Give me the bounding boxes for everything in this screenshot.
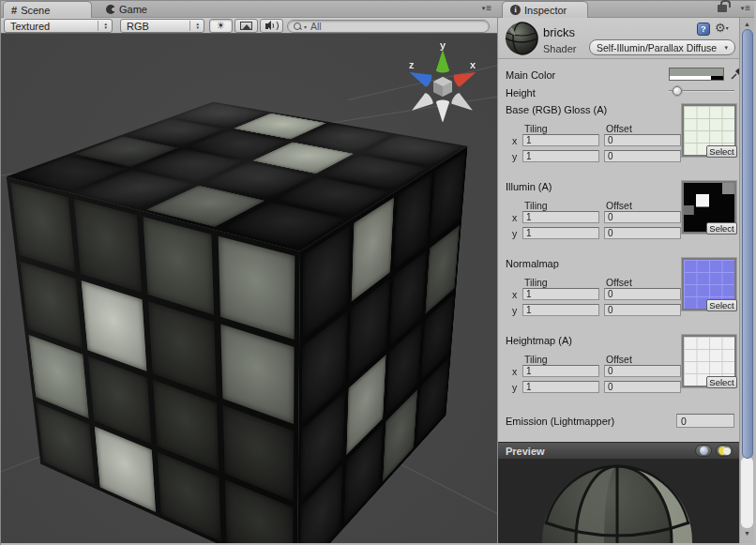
shader-dropdown[interactable]: Self-Illumin/Parallax Diffuse ▾ xyxy=(589,39,735,55)
preview-sphere-button[interactable] xyxy=(695,445,712,457)
scrollbar-thumb[interactable] xyxy=(742,29,753,459)
tab-game[interactable]: Game xyxy=(98,1,174,18)
tab-inspector-label: Inspector xyxy=(524,5,567,16)
offset-x-field[interactable] xyxy=(604,288,681,300)
neg-axis-cone[interactable] xyxy=(436,99,449,122)
offset-x-field[interactable] xyxy=(604,211,681,223)
pane-menu-lines-icon: ≡ xyxy=(745,4,750,13)
speaker-icon xyxy=(265,21,279,31)
game-icon xyxy=(106,5,115,14)
texture-select-button[interactable]: Select xyxy=(706,376,737,388)
x-axis-label: x xyxy=(512,366,517,377)
material-preview[interactable] xyxy=(498,459,740,543)
neg-axis-cone[interactable] xyxy=(450,92,476,116)
tab-inspector[interactable]: i Inspector xyxy=(502,1,588,18)
y-axis-label: y xyxy=(512,305,517,316)
audio-toggle-button[interactable] xyxy=(260,19,283,33)
draw-mode-dropdown[interactable]: Textured ▲▼ xyxy=(4,19,113,33)
preview-lighting-button[interactable] xyxy=(716,445,733,457)
offset-y-field[interactable] xyxy=(604,227,681,239)
material-header: bricks Shader Self-Illumin/Parallax Diff… xyxy=(498,18,740,59)
inspector-pane-menu[interactable]: ▾ ≡ xyxy=(741,4,750,13)
texture-section-label: Illumin (A) xyxy=(506,181,552,192)
tab-game-label: Game xyxy=(119,4,147,15)
scene-search-field[interactable]: ▾ All xyxy=(287,20,490,33)
settings-button[interactable]: ⚙▾ xyxy=(715,21,729,35)
scrollbar-track[interactable] xyxy=(741,457,753,528)
inspector-tabstrip: i Inspector ▾ ≡ xyxy=(497,1,756,18)
tab-scene-label: Scene xyxy=(21,5,50,16)
scene-viewport[interactable]: y z x xyxy=(1,34,497,543)
material-sphere-icon xyxy=(504,21,539,56)
texture-section: Illumin (A) Tiling Offset x y Select xyxy=(498,179,740,256)
tiling-y-field[interactable] xyxy=(522,227,599,239)
x-axis-label: x xyxy=(512,212,517,223)
tiling-header: Tiling xyxy=(524,200,548,211)
tiling-y-field[interactable] xyxy=(522,304,599,316)
material-name: bricks xyxy=(543,25,575,39)
cube-object xyxy=(122,135,396,488)
color-mode-dropdown[interactable]: RGB ▲▼ xyxy=(120,19,204,33)
tiling-y-field[interactable] xyxy=(522,150,599,162)
scene-pane-menu[interactable]: ▾ ≡ xyxy=(482,4,491,13)
texture-section: Base (RGB) Gloss (A) Tiling Offset x y S… xyxy=(498,102,740,179)
y-axis-cone[interactable] xyxy=(436,50,449,73)
offset-header: Offset xyxy=(606,123,632,134)
offset-y-field[interactable] xyxy=(604,150,681,162)
image-icon xyxy=(240,22,252,30)
gizmo-y-label: y xyxy=(440,39,446,51)
inspector-scrollbar[interactable]: ▲ ▼ xyxy=(739,18,754,543)
offset-header: Offset xyxy=(606,354,632,365)
shader-label: Shader xyxy=(543,43,576,54)
texture-section-label: Heightmap (A) xyxy=(506,335,572,346)
preview-bar[interactable]: Preview xyxy=(498,442,740,459)
color-mode-value: RGB xyxy=(127,21,149,32)
lock-icon[interactable] xyxy=(718,5,727,12)
texture-section: Normalmap Tiling Offset x y Select xyxy=(498,256,740,333)
y-axis-label: y xyxy=(512,228,517,239)
tab-scene[interactable]: # Scene xyxy=(3,1,92,18)
lighting-toggle-button[interactable]: ☀ xyxy=(209,19,233,33)
scroll-up-arrow[interactable]: ▲ xyxy=(740,21,754,27)
scroll-down-arrow[interactable]: ▼ xyxy=(740,530,754,537)
orientation-gizmo[interactable]: y z x xyxy=(401,39,484,122)
search-filter-arrow-icon: ▾ xyxy=(304,23,307,30)
cube-tile xyxy=(10,183,75,272)
main-color-swatch[interactable] xyxy=(669,68,724,81)
pane-menu-arrow-icon: ▾ xyxy=(741,4,745,13)
scene-cube[interactable] xyxy=(95,154,404,463)
tiling-y-field[interactable] xyxy=(522,381,599,393)
neg-axis-cone[interactable] xyxy=(408,92,434,116)
tiling-x-field[interactable] xyxy=(522,288,599,300)
tiling-x-field[interactable] xyxy=(522,365,599,377)
tiling-x-field[interactable] xyxy=(522,211,599,223)
emission-label: Emission (Lightmapper) xyxy=(506,416,614,427)
texture-select-button[interactable]: Select xyxy=(706,299,737,311)
texture-select-button[interactable]: Select xyxy=(706,222,737,235)
help-button[interactable]: ? xyxy=(697,23,710,36)
gizmo-center-cube[interactable] xyxy=(433,77,452,97)
search-icon xyxy=(294,23,302,31)
emission-field[interactable] xyxy=(676,414,734,428)
offset-y-field[interactable] xyxy=(604,304,681,316)
preview-title: Preview xyxy=(498,446,545,457)
offset-header: Offset xyxy=(606,200,632,211)
gizmo-z-label: z xyxy=(409,59,415,70)
offset-header: Offset xyxy=(606,277,632,288)
offset-x-field[interactable] xyxy=(604,134,681,146)
draw-mode-value: Textured xyxy=(10,21,50,32)
skybox-toggle-button[interactable] xyxy=(234,19,258,33)
x-axis-label: x xyxy=(512,289,517,300)
slider-thumb[interactable] xyxy=(673,86,682,96)
tiling-header: Tiling xyxy=(524,354,548,365)
x-axis-label: x xyxy=(512,135,517,146)
offset-y-field[interactable] xyxy=(604,381,681,393)
texture-select-button[interactable]: Select xyxy=(706,145,737,158)
sphere-icon xyxy=(700,447,708,455)
alpha-bar xyxy=(670,76,723,80)
tiling-x-field[interactable] xyxy=(522,134,599,146)
offset-x-field[interactable] xyxy=(604,365,681,377)
search-value: All xyxy=(309,21,322,32)
cube-tile xyxy=(143,217,214,314)
height-slider[interactable] xyxy=(669,85,734,97)
